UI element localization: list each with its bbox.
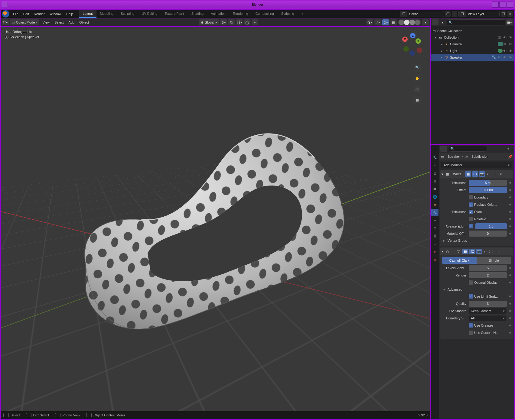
proportional-toggle[interactable]: ◯ bbox=[244, 19, 250, 25]
expand-icon[interactable]: ▸ bbox=[440, 49, 444, 53]
eye-icon[interactable]: 👁 bbox=[503, 49, 507, 53]
properties-tab-world[interactable]: 🌐 bbox=[431, 193, 438, 200]
modifier-realtime-toggle[interactable]: 🖵 bbox=[472, 171, 478, 177]
mesh-object-speaker[interactable] bbox=[61, 104, 370, 341]
snap-selector[interactable]: ┇┇▾ bbox=[236, 19, 243, 25]
breadcrumb-modifier[interactable]: Subdivision bbox=[471, 155, 488, 158]
properties-tab-material[interactable]: ● bbox=[431, 248, 438, 255]
properties-editor-type[interactable] bbox=[440, 146, 447, 152]
outliner-filter-button[interactable]: ☰▾ bbox=[506, 19, 513, 25]
relative-checkbox[interactable] bbox=[469, 217, 473, 221]
properties-tab-data[interactable]: ▽ bbox=[431, 240, 438, 247]
workspace-tab-scripting[interactable]: Scripting bbox=[278, 10, 298, 18]
axis-z-handle[interactable]: Z bbox=[410, 33, 416, 38]
window-close-button[interactable] bbox=[507, 2, 513, 8]
expand-icon[interactable]: ▸ bbox=[440, 42, 444, 46]
snap-toggle[interactable]: ⧉ bbox=[228, 19, 235, 25]
subdiv-type-segmented[interactable]: Catmull-Clark Simple bbox=[442, 257, 511, 264]
animate-property-button[interactable] bbox=[509, 310, 511, 312]
expand-icon[interactable]: ▾ bbox=[443, 288, 446, 292]
workspace-tab-animation[interactable]: Animation bbox=[207, 10, 229, 18]
viewport-menu-object[interactable]: Object bbox=[77, 21, 91, 24]
expand-icon[interactable]: ▸ bbox=[440, 56, 444, 60]
animate-property-button[interactable] bbox=[509, 225, 511, 227]
workspace-tab-shading[interactable]: Shading bbox=[188, 10, 207, 18]
shading-matpreview[interactable] bbox=[409, 20, 415, 25]
axis-y-handle[interactable]: Y bbox=[416, 38, 421, 44]
animate-property-button[interactable] bbox=[509, 303, 511, 305]
disable-icon[interactable]: 👁 bbox=[508, 49, 512, 53]
modifier-delete-button[interactable]: × bbox=[496, 250, 500, 253]
zoom-button[interactable]: 🔍 bbox=[413, 63, 422, 72]
disable-icon[interactable]: 👁 bbox=[508, 56, 512, 59]
boundary-smooth-dropdown[interactable]: All ▾ bbox=[469, 315, 507, 321]
scene-delete-button[interactable]: × bbox=[452, 11, 457, 17]
orientation-selector[interactable]: ⊕ Global ▾ bbox=[199, 19, 219, 25]
pan-button[interactable]: ✋ bbox=[413, 74, 422, 82]
viewlayer-new-button[interactable]: ❐ bbox=[501, 11, 506, 17]
workspace-tab-compositing[interactable]: Compositing bbox=[252, 10, 278, 18]
overlay-toggle[interactable]: ⊙▾ bbox=[382, 19, 389, 25]
workspace-tab-sculpting[interactable]: Sculpting bbox=[117, 10, 138, 18]
navigation-gizmo[interactable]: X Y Z bbox=[400, 33, 424, 57]
outliner-item-camera[interactable]: ▸ ▲ Camera 👁👁 bbox=[431, 41, 514, 47]
properties-tab-texture[interactable]: ▦ bbox=[431, 256, 438, 263]
levels-render-field[interactable]: 2 bbox=[469, 272, 507, 278]
vertex-group-subpanel[interactable]: ▸ Vertex Group bbox=[442, 237, 511, 244]
properties-tab-object[interactable]: ▭ bbox=[431, 201, 438, 208]
window-maximize-button[interactable] bbox=[499, 2, 506, 8]
crease-field[interactable]: 1.0 bbox=[475, 223, 507, 229]
perspective-toggle-button[interactable]: ▦ bbox=[413, 96, 422, 104]
viewlayer-browse-icon[interactable]: ❐ bbox=[459, 11, 466, 17]
viewlayer-name[interactable]: View Layer bbox=[466, 12, 499, 16]
modifier-editmode-toggle[interactable]: ▦ bbox=[462, 249, 468, 254]
viewport-3d[interactable]: User Orthographic (1) Collection | Speak… bbox=[1, 27, 430, 411]
shading-rendered[interactable] bbox=[415, 20, 420, 25]
object-visibility-selector[interactable]: ◑▾ bbox=[367, 19, 373, 25]
animate-property-button[interactable] bbox=[509, 282, 511, 283]
shading-solid[interactable] bbox=[404, 20, 409, 25]
modifier-drag-handle[interactable]: ⋮⋮ bbox=[487, 250, 495, 254]
window-minimize-button[interactable] bbox=[492, 2, 499, 8]
mesh-data-icon[interactable]: ▽ bbox=[498, 55, 503, 60]
gizmo-toggle[interactable]: ↗▾ bbox=[374, 19, 381, 25]
properties-tab-render[interactable]: ▫ bbox=[431, 162, 438, 169]
mode-selector[interactable]: ▭ Object Mode ▾ bbox=[10, 19, 39, 25]
properties-search-input[interactable]: 🔍 bbox=[448, 146, 487, 152]
animate-property-button[interactable] bbox=[509, 189, 511, 191]
disable-icon[interactable]: 👁 bbox=[508, 42, 512, 46]
shading-options[interactable]: ▾ bbox=[422, 19, 429, 25]
light-data-icon[interactable] bbox=[498, 49, 503, 53]
use-limit-checkbox[interactable]: ✓ bbox=[469, 294, 473, 299]
breadcrumb-object[interactable]: Speaker bbox=[448, 155, 460, 158]
animate-property-button[interactable] bbox=[509, 317, 511, 319]
panel-expand-icon[interactable]: ▾ bbox=[442, 250, 445, 254]
use-creases-checkbox[interactable]: ✓ bbox=[469, 323, 473, 328]
modifier-wrench-icon[interactable]: 🔧 bbox=[492, 55, 497, 60]
properties-options-button[interactable]: ▾ bbox=[507, 147, 513, 151]
workspace-tab-texturepaint[interactable]: Texture Paint bbox=[161, 10, 187, 18]
animate-property-button[interactable] bbox=[509, 204, 511, 205]
add-modifier-dropdown[interactable]: Add Modifier ▾ bbox=[441, 162, 512, 168]
expand-icon[interactable]: ▸ bbox=[443, 239, 446, 243]
properties-tab-output[interactable]: 🖨 bbox=[431, 170, 438, 177]
scene-selector[interactable]: ❐ Scene bbox=[400, 11, 444, 17]
modifier-render-toggle[interactable]: 📷 bbox=[479, 171, 485, 177]
exclude-checkbox-icon[interactable]: ☑ bbox=[497, 36, 501, 40]
eye-icon[interactable]: 👁 bbox=[503, 42, 507, 46]
replace-original-checkbox[interactable]: ✓ bbox=[469, 202, 473, 207]
custom-normals-checkbox[interactable] bbox=[469, 331, 473, 335]
modifier-delete-button[interactable]: × bbox=[499, 172, 503, 176]
camera-view-button[interactable]: 🎥 bbox=[413, 85, 422, 93]
animate-property-button[interactable] bbox=[509, 182, 511, 184]
levels-viewport-field[interactable]: 5 bbox=[469, 265, 507, 271]
pivot-selector[interactable]: ⊙▾ bbox=[220, 19, 227, 25]
properties-tab-scene[interactable]: ⬢ bbox=[431, 185, 438, 192]
properties-tab-tool[interactable]: 🔧 bbox=[431, 154, 438, 161]
boundary-checkbox[interactable] bbox=[469, 195, 473, 199]
outliner-item-light[interactable]: ▸ ☼ Light 👁👁 bbox=[431, 47, 514, 54]
properties-tab-viewlayer[interactable]: ▤ bbox=[431, 177, 438, 185]
advanced-subpanel[interactable]: ▾ Advanced bbox=[442, 286, 511, 293]
axis-neg-x-handle[interactable] bbox=[417, 47, 422, 53]
disable-icon[interactable]: 👁 bbox=[508, 36, 512, 40]
